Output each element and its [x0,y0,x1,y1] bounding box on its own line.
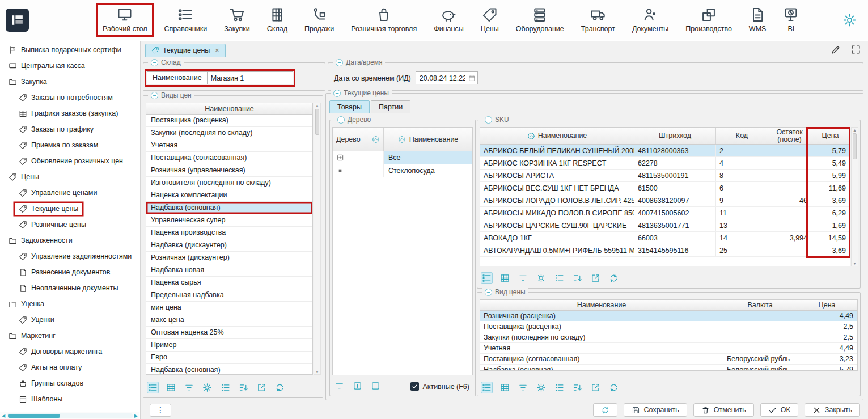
menu-item-zakupki[interactable]: Закупки [219,5,255,35]
filter-icon[interactable] [517,382,529,393]
export-icon[interactable] [590,272,602,284]
price-view-row[interactable]: Поставщика (согласованная) Белорусский р… [480,354,857,365]
scroll-left-arrow-icon[interactable]: ◀ [2,413,5,418]
price-type-row[interactable]: Предельная надбавка [146,289,312,302]
list-view-icon[interactable] [481,272,493,284]
collapse-icon[interactable]: − [151,92,158,99]
price-type-row[interactable]: Учетная [146,139,312,152]
save-button[interactable]: Сохранить [624,403,687,417]
price-view-row[interactable]: Розничная (расценка) 4,49 [480,311,857,321]
sidebar-item-ceny[interactable]: Цены [0,169,139,185]
grid-view-icon[interactable] [165,382,177,393]
price-type-row[interactable]: Надбавка новая [146,264,312,277]
filter-icon[interactable] [183,382,195,393]
menu-item-spravochniki[interactable]: Справочники [159,5,212,35]
sku-row[interactable]: АБРИКОСЫ ВЕС.СУШ 1КГ НЕТ БРЕНДА 61500 6 … [480,182,850,194]
scroll-down-arrow-icon[interactable]: ▼ [315,370,319,374]
price-type-row[interactable]: Надбавка (дискаунтер) [146,239,312,252]
price-type-row[interactable]: Надбавка (основная) [146,202,312,214]
sku-row[interactable]: АБРИКОСЫ МИКАДО ПОЛОВ.В СИРОПЕ 850Г 4007… [480,207,850,219]
price-type-row[interactable]: Управленческая супер [146,214,312,227]
sidebar-item-akty-na-oplatu[interactable]: Акты на оплату [0,359,139,375]
sort-asc-icon[interactable] [398,136,406,143]
menu-item-finansy[interactable]: Финансы [429,5,468,35]
price-type-row[interactable]: Розничная (дискаунтер) [146,252,312,264]
menu-item-rabochiy-stol[interactable]: Рабочий стол [98,5,152,35]
price-type-row[interactable]: Поставщика (согласованная) [146,152,312,164]
price-type-row[interactable]: Наценка сырья [146,277,312,289]
tree-row[interactable]: Все [333,151,472,164]
edit-pencil-icon[interactable] [831,44,841,55]
menu-item-dokumenty[interactable]: Документы [627,5,674,35]
sku-row[interactable]: АВТОКАРАНДАШ 0.5ММ+ГРИФЕЛЬ 559511 М 3154… [480,244,850,257]
ok-button[interactable]: ОК [760,403,798,417]
sidebar-item-tekushchie-ceny[interactable]: Текущие цены [0,201,139,217]
sidebar-item-zadolzhennosti[interactable]: Задолженности [0,232,139,248]
subtab-partii[interactable]: Партии [371,100,410,113]
tab-close-icon[interactable]: × [215,46,219,54]
cancel-button[interactable]: Отменить [693,403,754,417]
sidebar-item-zakazy-po-potrebnostyam[interactable]: Заказы по потребностям [0,90,139,105]
sidebar-item-upravlenie-cenami[interactable]: Управление ценами [0,185,139,201]
datetime-input[interactable] [416,72,468,84]
settings-icon[interactable] [535,272,547,284]
collapse-icon[interactable]: − [151,59,158,66]
menu-item-roznichnaya-torgovlya[interactable]: Розничная торговля [346,5,422,35]
settings-gear-icon[interactable] [842,13,857,27]
price-type-row[interactable]: макс цена [146,314,312,327]
scroll-right-arrow-icon[interactable]: ▶ [134,413,138,418]
export-icon[interactable] [590,382,602,393]
price-type-row[interactable]: Поставщика (расценка) [146,115,312,127]
grid-view-icon[interactable] [499,382,511,393]
scrollbar-thumb[interactable] [853,133,857,159]
numbered-list-icon[interactable] [553,272,565,284]
sync-icon[interactable] [608,382,620,393]
warehouse-name-input[interactable] [207,71,293,84]
price-type-row[interactable]: Надбавка (основная) [146,364,312,375]
grid-view-icon[interactable] [499,272,511,284]
sidebar-horizontal-scrollbar[interactable]: ◀ ▶ [0,412,139,419]
sort-asc-icon[interactable] [372,136,380,143]
menu-item-prodazhi[interactable]: Продажи [299,5,339,35]
sort-list-icon[interactable] [238,382,249,393]
sku-row[interactable]: АБРИКОСЫ ЛОРАДО ПОЛОВ.В ЛЕГ.СИР. 425Г 40… [480,194,850,207]
collapse-icon[interactable]: − [333,90,341,97]
price-view-row[interactable]: Надбавка (основная) Белорусский рубль 5,… [480,365,857,371]
sidebar-item-neoplachennye-dokumenty[interactable]: Неоплаченные документы [0,280,139,296]
list-view-icon[interactable] [147,382,159,393]
refresh-button[interactable] [593,403,617,417]
collapse-icon[interactable]: − [485,116,492,124]
sidebar-item-obnovlenie-roznichnyh-cen[interactable]: Обновление розничных цен [0,153,139,169]
sidebar-item-roznichnye-ceny[interactable]: Розничные цены [0,217,139,232]
collapse-icon[interactable]: − [336,59,343,66]
sidebar-item-gruppy-skladov[interactable]: Группы складов [0,375,139,391]
expand-plus-icon[interactable] [336,154,344,162]
sort-list-icon[interactable] [571,272,583,284]
list-view-icon[interactable] [481,382,493,393]
menu-item-bi[interactable]: BI [778,5,804,35]
price-type-row[interactable]: Закупки (последняя по складу) [146,127,312,139]
scroll-up-arrow-icon[interactable]: ▲ [315,104,319,108]
price-view-row[interactable]: Учетная 4,49 [480,343,857,354]
menu-item-wms[interactable]: WMS [744,5,772,35]
price-type-row[interactable]: мин цена [146,302,312,314]
sidebar-item-grafiki-zakazov-zakupka[interactable]: Графики заказов (закупка) [0,105,139,121]
sidebar-item-priemka-po-zakazam[interactable]: Приемка по заказам [0,137,139,153]
price-type-row[interactable]: Наценка комплектации [146,189,312,202]
filter-icon[interactable] [517,272,529,284]
sku-row[interactable]: АБРИКОС КОРЗИНКА 1КГ RESPECT 62278 4 5,4… [480,157,850,170]
collapse-icon[interactable]: − [337,116,345,124]
sort-list-icon[interactable] [571,382,583,393]
price-type-row[interactable]: Оптовая наценка 25% [146,327,312,339]
numbered-list-icon[interactable] [553,382,565,393]
export-icon[interactable] [256,382,268,393]
menu-item-oborudovanie[interactable]: Оборудование [511,5,569,35]
sync-icon[interactable] [274,382,286,393]
tab-current-prices[interactable]: Текущие цены × [145,44,226,57]
price-type-row[interactable]: Наценка производства [146,227,312,239]
menu-item-ceny[interactable]: Цены [476,5,504,35]
vertical-scrollbar[interactable]: ▲ ▼ [851,127,858,266]
sidebar-item-zakazy-po-grafiku[interactable]: Заказы по графику [0,121,139,137]
sku-row[interactable]: АБРИКОСЫ АРИСТА 4811535000191 8 5,99 [480,170,850,182]
menu-item-sklad[interactable]: Склад [262,5,293,35]
